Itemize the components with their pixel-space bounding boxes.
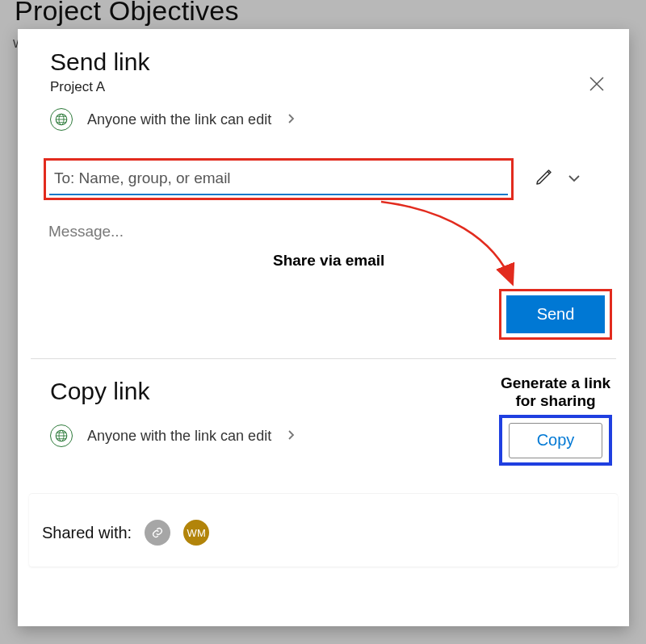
chevron-down-icon [567, 171, 581, 186]
send-button[interactable]: Send [506, 295, 605, 333]
annotation-share-email: Share via email [273, 252, 384, 270]
shared-with-row: Shared with: WM [42, 520, 209, 546]
globe-icon [50, 424, 73, 447]
chevron-right-icon [287, 428, 296, 445]
send-button-highlight: Send [499, 289, 612, 340]
annotation-generate-link-l1: Generate a link [491, 374, 620, 392]
to-field-highlight [44, 158, 514, 200]
copy-link-settings-row[interactable]: Anyone with the link can edit [50, 424, 296, 447]
to-input[interactable] [49, 163, 508, 195]
copy-button-highlight: Copy [499, 415, 612, 466]
close-icon [587, 74, 606, 94]
shared-link-avatar[interactable] [145, 520, 170, 546]
send-link-title: Send link [50, 48, 149, 76]
chevron-right-icon [287, 111, 296, 128]
copy-link-title: Copy link [50, 378, 149, 405]
annotation-generate-link-l2: for sharing [491, 392, 620, 410]
shared-with-label: Shared with: [42, 524, 132, 542]
link-settings-row[interactable]: Anyone with the link can edit [50, 108, 296, 131]
link-permission-text: Anyone with the link can edit [87, 111, 271, 128]
send-link-subtitle: Project A [50, 79, 105, 95]
copy-link-permission-text: Anyone with the link can edit [87, 428, 271, 445]
recipients-dropdown[interactable] [567, 171, 581, 186]
copy-button[interactable]: Copy [509, 423, 602, 458]
edit-recipients-button[interactable] [535, 167, 554, 186]
message-input[interactable] [48, 220, 501, 244]
pencil-icon [535, 167, 554, 186]
globe-icon [50, 108, 73, 131]
share-dialog: Send link Project A Anyone with the link… [18, 29, 629, 626]
link-icon [151, 526, 164, 539]
shared-user-avatar[interactable]: WM [183, 520, 209, 546]
section-divider-1 [31, 358, 616, 359]
close-button[interactable] [587, 74, 606, 94]
